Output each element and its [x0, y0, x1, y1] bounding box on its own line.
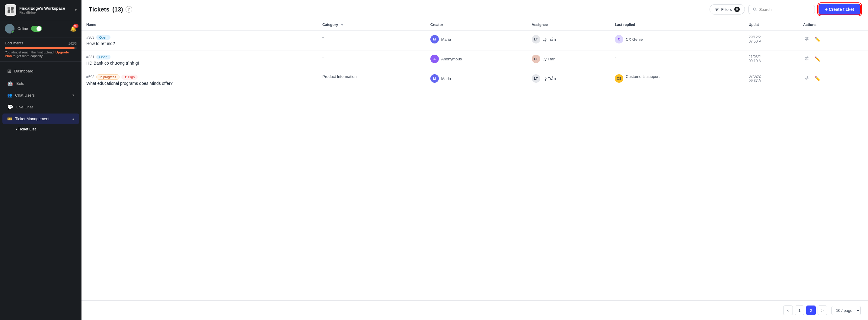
table-row: #593 In progress ⬆ High What educational… — [82, 70, 868, 90]
svg-rect-0 — [7, 7, 10, 10]
chevron-down-icon[interactable]: ▾ — [75, 8, 77, 12]
sidebar-item-dashboard[interactable]: ⊞ Dashboard — [2, 65, 79, 77]
action-transfer-button-363[interactable] — [803, 35, 810, 43]
ticket-name-cell: #331 Open HD Bank có chương trình gì — [82, 51, 317, 70]
assignee-name-363: Lý Trần — [542, 37, 556, 42]
tickets-title: Tickets (13) ? — [89, 6, 132, 13]
sidebar-item-label-dashboard: Dashboard — [14, 69, 33, 74]
create-ticket-label: + Create ticket — [825, 7, 854, 12]
status-badge-inprogress-593: In progress — [96, 74, 120, 80]
tickets-title-text: Tickets (13) — [89, 6, 123, 13]
category-cell-593: Product Information — [317, 70, 426, 90]
sidebar: FiscalEdge's Workspace FiscalEdge ▾ Onli… — [0, 0, 82, 320]
cx-genie-avatar: C — [615, 35, 623, 43]
search-box — [748, 5, 815, 14]
col-creator: Creator — [426, 19, 527, 31]
documents-section: Documents 142/3 You almost reach the lim… — [0, 37, 82, 62]
workspace-name: FiscalEdge's Workspace — [19, 6, 65, 10]
filters-button[interactable]: Filters 6 — [710, 4, 745, 14]
col-category: Category ▼ — [317, 19, 426, 31]
ticket-title-363[interactable]: How to refund? — [86, 41, 313, 46]
last-replied-cell-331: 21/03/2 09:10 A — [744, 51, 798, 70]
action-edit-button-331[interactable]: ✏️ — [813, 55, 822, 63]
chat-users-icon: 👥 — [7, 93, 12, 97]
assignee-avatar-331: LT — [532, 55, 540, 63]
svg-line-8 — [755, 10, 756, 11]
workspace-header[interactable]: FiscalEdge's Workspace FiscalEdge ▾ — [0, 0, 82, 20]
assignee-name-331: Ly Tran — [542, 57, 556, 61]
sidebar-subitem-label-ticket-list: Ticket List — [18, 127, 36, 131]
creator-cell-593: M Maria — [426, 70, 527, 90]
action-transfer-button-331[interactable] — [803, 55, 810, 63]
ticket-name-cell: #363 Open How to refund? — [82, 31, 317, 51]
table-container: Name Category ▼ Creator Assignee Last re… — [82, 19, 868, 300]
creator-name-363: Maria — [441, 37, 451, 42]
category-cell-363: - — [317, 31, 426, 51]
actions-cell-331: ✏️ — [798, 51, 868, 70]
pagination: < 1 2 > 10 / page 20 / page 50 / page — [82, 300, 868, 320]
filter-icon — [715, 7, 719, 11]
actions-cell-593: ✏️ — [798, 70, 868, 90]
documents-warning: You almost reach the limit upload. Upgra… — [5, 51, 77, 58]
pagination-next[interactable]: > — [817, 306, 827, 315]
creator-name-593: Maria — [441, 77, 451, 81]
sidebar-item-bots[interactable]: 🤖 Bots — [2, 78, 79, 89]
filter-count-badge: 6 — [734, 7, 740, 12]
documents-label: Documents — [5, 41, 23, 45]
sidebar-item-ticket-management[interactable]: 🎫 Ticket Management ▴ — [2, 114, 79, 124]
status-badge-open-331: Open — [96, 55, 111, 59]
creator-cell-331: A Anonymous — [426, 51, 527, 70]
timestamp-time-593: 09:37 A — [749, 79, 794, 83]
action-edit-button-593[interactable]: ✏️ — [813, 75, 822, 83]
third-party-name-331: - — [615, 55, 616, 59]
sort-icon-category[interactable]: ▼ — [340, 23, 344, 27]
top-bar: Tickets (13) ? Filters 6 — [82, 0, 868, 19]
last-replied-cell-593: 07/02/2 09:37 A — [744, 70, 798, 90]
sidebar-item-label-ticket-management: Ticket Management — [15, 117, 50, 121]
ticket-number-363: #363 — [86, 35, 94, 39]
third-party-name-363: CX Genie — [626, 37, 643, 42]
status-toggle[interactable] — [31, 26, 42, 32]
ticket-name-cell: #593 In progress ⬆ High What educational… — [82, 70, 317, 90]
sidebar-item-label-bots: Bots — [16, 81, 24, 86]
creator-name-331: Anonymous — [441, 57, 462, 61]
sidebar-item-live-chat[interactable]: 💬 Live Chat — [2, 101, 79, 113]
ticket-number-593: #593 — [86, 75, 94, 79]
create-ticket-button[interactable]: + Create ticket — [818, 4, 861, 15]
pagination-prev[interactable]: < — [783, 306, 793, 315]
ticket-management-icon: 🎫 — [7, 117, 12, 121]
timestamp-date-331: 21/03/2 — [749, 55, 794, 59]
sidebar-item-chat-users[interactable]: 👥 Chat Users ▾ — [2, 90, 79, 100]
timestamp-time-331: 09:10 A — [749, 59, 794, 63]
assignee-cell-593: LT Lý Trần — [527, 70, 610, 90]
progress-fill — [5, 47, 74, 49]
action-transfer-button-593[interactable] — [803, 74, 810, 83]
pagination-page-2[interactable]: 2 — [806, 306, 816, 315]
priority-badge-high-593: ⬆ High — [121, 75, 138, 80]
workspace-info: FiscalEdge's Workspace FiscalEdge — [5, 4, 65, 16]
table-row: #331 Open HD Bank có chương trình gì - A… — [82, 51, 868, 70]
creator-cell-363: M Maria — [426, 31, 527, 51]
notification-button[interactable]: 🔔 99 — [70, 25, 77, 32]
help-icon[interactable]: ? — [126, 6, 132, 13]
creator-avatar-363: M — [430, 35, 439, 43]
actions-cell-363: ✏️ — [798, 31, 868, 51]
third-party-name-593: Customer's support — [626, 74, 659, 79]
timestamp-date-593: 07/02/2 — [749, 74, 794, 79]
search-input[interactable] — [759, 7, 810, 12]
ticket-title-331[interactable]: HD Bank có chương trình gì — [86, 61, 313, 65]
ticket-title-593[interactable]: What educational programs does Minds off… — [86, 81, 313, 86]
col-actions: Actions — [798, 19, 868, 31]
pagination-page-1[interactable]: 1 — [795, 306, 804, 315]
col-updated: Updat — [744, 19, 798, 31]
timestamp-date-363: 29/12/2 — [749, 35, 794, 39]
page-size-select[interactable]: 10 / page 20 / page 50 / page — [832, 306, 861, 315]
status-badge-open-363: Open — [96, 35, 111, 40]
sidebar-item-label-chat-users: Chat Users — [15, 93, 35, 97]
sidebar-subitem-ticket-list[interactable]: Ticket List — [2, 125, 79, 134]
sidebar-item-label-live-chat: Live Chat — [16, 105, 33, 109]
user-avatar — [5, 24, 14, 33]
action-edit-button-363[interactable]: ✏️ — [813, 35, 822, 43]
category-cell-331: - — [317, 51, 426, 70]
main-content: Tickets (13) ? Filters 6 — [82, 0, 868, 320]
